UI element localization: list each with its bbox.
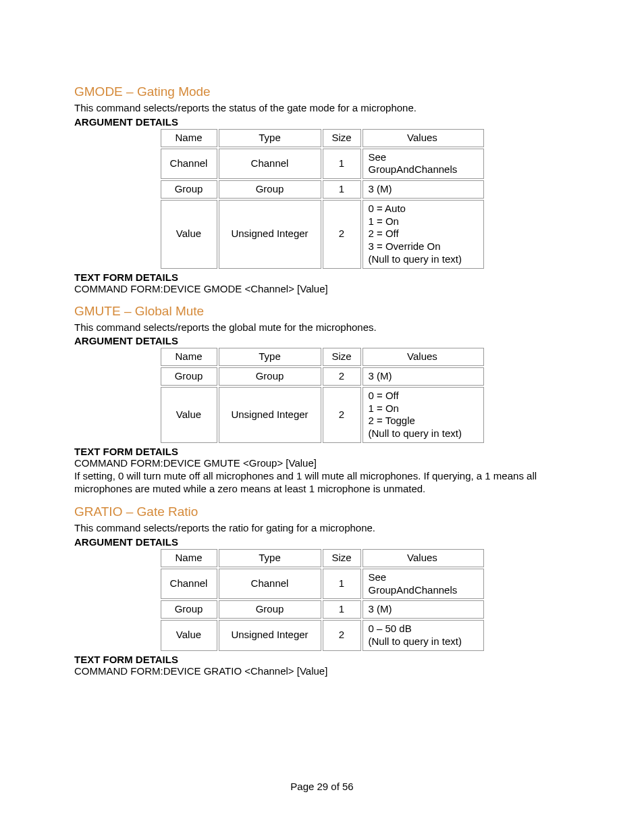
text-form-details-label: TEXT FORM DETAILS: [74, 271, 570, 283]
section-description: This command selects/reports the global …: [74, 321, 570, 334]
section-heading: GMODE – Gating Mode: [74, 84, 570, 99]
cell-values: 3 (M): [363, 600, 484, 619]
table-header-row: NameTypeSizeValues: [161, 549, 484, 567]
table-row: ChannelChannel1See GroupAndChannels: [161, 149, 484, 180]
argument-details-label: ARGUMENT DETAILS: [74, 536, 570, 548]
command-section: GMUTE – Global MuteThis command selects/…: [74, 304, 570, 496]
table-row: ValueUnsigned Integer20 = Off 1 = On 2 =…: [161, 387, 484, 443]
command-form: COMMAND FORM:DEVICE GMODE <Channel> [Val…: [74, 283, 570, 294]
table-row: GroupGroup23 (M): [161, 367, 484, 386]
cell-type: Unsigned Integer: [219, 620, 321, 651]
command-section: GMODE – Gating ModeThis command selects/…: [74, 84, 570, 294]
section-description: This command selects/reports the status …: [74, 102, 570, 115]
table-header-row: NameTypeSizeValues: [161, 129, 484, 147]
cell-values: 0 = Auto 1 = On 2 = Off 3 = Override On …: [363, 200, 484, 269]
cell-name: Group: [161, 367, 217, 386]
section-heading: GRATIO – Gate Ratio: [74, 504, 570, 519]
cell-size: 2: [323, 367, 361, 386]
col-header-values: Values: [363, 129, 484, 147]
arguments-table: NameTypeSizeValuesGroupGroup23 (M)ValueU…: [159, 346, 485, 444]
arguments-table: NameTypeSizeValuesChannelChannel1See Gro…: [159, 548, 485, 652]
argument-details-label: ARGUMENT DETAILS: [74, 116, 570, 128]
cell-name: Channel: [161, 149, 217, 180]
text-form-details-label: TEXT FORM DETAILS: [74, 446, 570, 457]
col-header-values: Values: [363, 549, 484, 567]
command-form: COMMAND FORM:DEVICE GMUTE <Group> [Value…: [74, 457, 570, 469]
cell-values: 3 (M): [363, 367, 484, 386]
command-form: COMMAND FORM:DEVICE GRATIO <Channel> [Va…: [74, 665, 570, 677]
section-description: This command selects/reports the ratio f…: [74, 522, 570, 535]
cell-type: Group: [219, 600, 321, 619]
cell-type: Group: [219, 180, 321, 199]
col-header-type: Type: [219, 129, 321, 147]
cell-name: Value: [161, 620, 217, 651]
col-header-size: Size: [323, 549, 361, 567]
document-page: GMODE – Gating ModeThis command selects/…: [0, 0, 644, 834]
cell-size: 1: [323, 180, 361, 199]
arguments-table: NameTypeSizeValuesChannelChannel1See Gro…: [159, 128, 485, 270]
cell-name: Value: [161, 387, 217, 443]
cell-values: 0 = Off 1 = On 2 = Toggle (Null to query…: [363, 387, 484, 443]
cell-size: 1: [323, 149, 361, 180]
cell-size: 2: [323, 620, 361, 651]
table-row: GroupGroup13 (M): [161, 600, 484, 619]
cell-name: Group: [161, 600, 217, 619]
cell-values: See GroupAndChannels: [363, 569, 484, 600]
table-row: ChannelChannel1See GroupAndChannels: [161, 569, 484, 600]
sections-container: GMODE – Gating ModeThis command selects/…: [74, 84, 570, 677]
cell-type: Channel: [219, 149, 321, 180]
section-note: If setting, 0 will turn mute off all mic…: [74, 470, 570, 496]
cell-type: Unsigned Integer: [219, 387, 321, 443]
col-header-values: Values: [363, 348, 484, 366]
page-footer: Page 29 of 56: [0, 781, 644, 792]
table-row: ValueUnsigned Integer20 – 50 dB (Null to…: [161, 620, 484, 651]
cell-size: 1: [323, 600, 361, 619]
cell-size: 2: [323, 387, 361, 443]
table-row: GroupGroup13 (M): [161, 180, 484, 199]
cell-values: 3 (M): [363, 180, 484, 199]
cell-size: 1: [323, 569, 361, 600]
col-header-size: Size: [323, 129, 361, 147]
cell-values: 0 – 50 dB (Null to query in text): [363, 620, 484, 651]
cell-name: Value: [161, 200, 217, 269]
cell-size: 2: [323, 200, 361, 269]
table-header-row: NameTypeSizeValues: [161, 348, 484, 366]
col-header-size: Size: [323, 348, 361, 366]
col-header-name: Name: [161, 129, 217, 147]
cell-values: See GroupAndChannels: [363, 149, 484, 180]
section-heading: GMUTE – Global Mute: [74, 304, 570, 319]
table-row: ValueUnsigned Integer20 = Auto 1 = On 2 …: [161, 200, 484, 269]
col-header-type: Type: [219, 549, 321, 567]
cell-type: Channel: [219, 569, 321, 600]
cell-type: Group: [219, 367, 321, 386]
col-header-name: Name: [161, 348, 217, 366]
cell-name: Group: [161, 180, 217, 199]
col-header-type: Type: [219, 348, 321, 366]
cell-type: Unsigned Integer: [219, 200, 321, 269]
text-form-details-label: TEXT FORM DETAILS: [74, 654, 570, 665]
cell-name: Channel: [161, 569, 217, 600]
col-header-name: Name: [161, 549, 217, 567]
command-section: GRATIO – Gate RatioThis command selects/…: [74, 504, 570, 676]
argument-details-label: ARGUMENT DETAILS: [74, 335, 570, 346]
